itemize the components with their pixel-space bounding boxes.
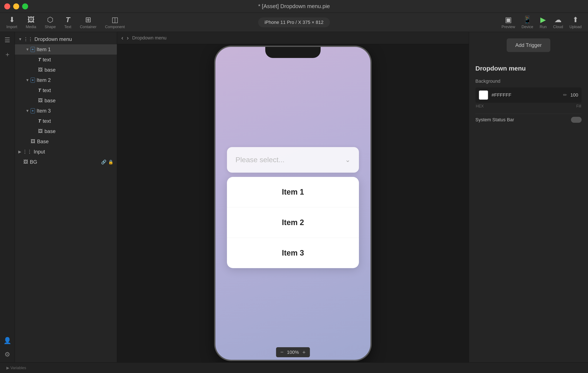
layer-base[interactable]: 🖼 Base xyxy=(15,136,117,147)
run-tool[interactable]: ▶ Run xyxy=(540,15,547,29)
grid-icon: ⋮⋮ xyxy=(23,36,33,42)
color-row: #FFFFFF ✏ 100 xyxy=(475,88,582,103)
item-2-label: Item 2 xyxy=(282,218,304,227)
preview-tool[interactable]: ▣ Preview xyxy=(502,15,515,29)
layer-name: text xyxy=(42,118,114,124)
image-icon: 🖼 xyxy=(38,67,43,73)
image-icon: 🖼 xyxy=(23,159,28,165)
cloud-tool[interactable]: ☁ Cloud xyxy=(553,15,563,29)
window-title: * [Asset] Dropdown menu.pie xyxy=(258,3,330,10)
upload-icon: ⬆ xyxy=(572,15,578,24)
chevron-down-icon: ⌄ xyxy=(345,156,350,164)
layer-item3[interactable]: ▼ + Item 3 xyxy=(15,106,117,116)
component-icon: + xyxy=(31,77,35,83)
system-status-label: System Status Bar xyxy=(475,117,514,122)
layer-item3-text[interactable]: T text xyxy=(15,116,117,126)
layer-name: Input xyxy=(34,149,114,155)
layer-name: Item 1 xyxy=(37,46,114,53)
user-icon[interactable]: 👤 xyxy=(3,337,11,344)
panels-toggle[interactable]: ☰ xyxy=(4,36,10,44)
preview-label: Preview xyxy=(502,25,515,29)
layer-item1-text[interactable]: T text xyxy=(15,55,117,65)
layer-item2[interactable]: ▼ + Item 2 xyxy=(15,75,117,85)
layer-dropdown-menu[interactable]: ▼ ⋮⋮ Dropdown menu xyxy=(15,34,117,44)
system-status-toggle[interactable] xyxy=(571,117,582,123)
component-label: Component xyxy=(105,25,125,29)
layer-item2-text[interactable]: T text xyxy=(15,85,117,96)
component-icon: ◫ xyxy=(112,15,118,24)
layer-name: base xyxy=(44,98,114,104)
titlebar: * [Asset] Dropdown menu.pie xyxy=(0,0,588,13)
canvas-nav: ‹ › Dropdown menu xyxy=(117,32,469,44)
phone-frame: Please select... ⌄ Item 1 Item 2 Item 3 xyxy=(214,46,372,361)
item-1-label: Item 1 xyxy=(282,187,304,196)
import-tool[interactable]: ⬇ Import xyxy=(6,15,17,29)
import-icon: ⬇ xyxy=(9,15,15,24)
minimize-button[interactable] xyxy=(13,3,19,9)
text-icon: T xyxy=(38,57,41,62)
container-label: Container xyxy=(80,25,96,29)
image-icon: 🖼 xyxy=(38,129,43,134)
media-label: Media xyxy=(26,25,36,29)
nav-back-button[interactable]: ‹ xyxy=(121,34,123,41)
layer-item1[interactable]: ▼ + Item 1 xyxy=(15,44,117,55)
layer-name: text xyxy=(42,57,114,63)
top-toolbar: ⬇ Import 🖼 Media ⬡ Shape T Text ⊞ Contai… xyxy=(0,13,588,32)
layer-name: Base xyxy=(37,139,114,144)
item-3-label: Item 3 xyxy=(282,249,304,257)
zoom-out-button[interactable]: − xyxy=(280,349,284,355)
breadcrumb: Dropdown menu xyxy=(132,35,167,41)
layer-input[interactable]: ▶ ⋮⋮ Input xyxy=(15,147,117,157)
text-tool[interactable]: T Text xyxy=(64,16,71,29)
edit-color-icon[interactable]: ✏ xyxy=(563,92,567,98)
canvas-viewport[interactable]: Please select... ⌄ Item 1 Item 2 Item 3 xyxy=(117,44,469,362)
upload-label: Upload xyxy=(569,25,582,29)
container-icon: ⊞ xyxy=(85,15,91,24)
layer-actions: 🔗 🔒 xyxy=(101,159,114,165)
zoom-in-button[interactable]: + xyxy=(302,349,305,355)
dropdown-item-1[interactable]: Item 1 xyxy=(227,177,359,207)
image-icon: 🖼 xyxy=(38,98,43,103)
device-selector[interactable]: iPhone 11 Pro / X 375 × 812 xyxy=(258,18,330,27)
background-section: Background #FFFFFF ✏ 100 HEX Fill xyxy=(475,78,582,109)
color-swatch[interactable] xyxy=(479,90,488,100)
dropdown-item-2[interactable]: Item 2 xyxy=(227,207,359,238)
nav-forward-button[interactable]: › xyxy=(127,34,129,41)
text-icon: T xyxy=(38,118,41,124)
color-hex: #FFFFFF xyxy=(492,92,560,98)
layer-name: BG xyxy=(30,159,101,165)
close-button[interactable] xyxy=(4,3,10,9)
shape-tool[interactable]: ⬡ Shape xyxy=(45,15,56,29)
run-label: Run xyxy=(540,25,547,29)
layer-item3-base[interactable]: 🖼 base xyxy=(15,126,117,136)
dropdown-item-3[interactable]: Item 3 xyxy=(227,238,359,268)
layer-bg[interactable]: 🖼 BG 🔗 🔒 xyxy=(15,157,117,167)
component-tool[interactable]: ◫ Component xyxy=(105,15,125,29)
container-tool[interactable]: ⊞ Container xyxy=(80,15,96,29)
right-panel-title: Dropdown menu xyxy=(475,65,582,72)
chevron-icon: ▶ xyxy=(18,149,21,154)
dropdown-select[interactable]: Please select... ⌄ xyxy=(227,147,359,173)
status-bar: ▶ Variables xyxy=(0,362,588,373)
text-icon: T xyxy=(66,16,70,24)
link-icon: 🔗 xyxy=(101,159,106,165)
variables-toggle[interactable]: ▶ Variables xyxy=(6,365,26,370)
maximize-button[interactable] xyxy=(22,3,28,9)
upload-tool[interactable]: ⬆ Upload xyxy=(569,15,582,29)
layer-item2-base[interactable]: 🖼 base xyxy=(15,96,117,106)
layer-name: Item 2 xyxy=(37,77,114,83)
layer-name: text xyxy=(42,88,114,93)
layer-name: Dropdown menu xyxy=(34,36,114,42)
layer-name: base xyxy=(44,128,114,134)
add-layer-button[interactable]: ＋ xyxy=(4,50,11,59)
add-trigger-button[interactable]: Add Trigger xyxy=(507,38,550,52)
cloud-label: Cloud xyxy=(553,25,563,29)
device-tool[interactable]: 📱 Device xyxy=(522,15,533,29)
media-tool[interactable]: 🖼 Media xyxy=(26,16,36,29)
settings-icon[interactable]: ⚙ xyxy=(4,351,10,358)
layer-item1-base[interactable]: 🖼 base xyxy=(15,65,117,75)
device-label: Device xyxy=(522,25,533,29)
zoom-level: 100% xyxy=(287,350,299,355)
dropdown-placeholder: Please select... xyxy=(235,156,285,164)
lock-icon: 🔒 xyxy=(108,159,114,165)
